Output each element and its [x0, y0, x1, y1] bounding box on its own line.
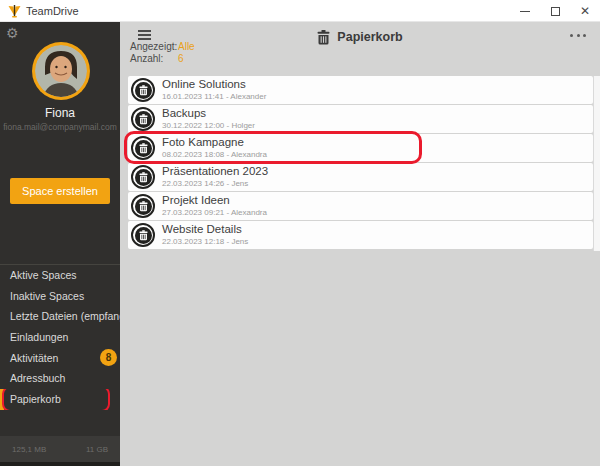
count-label: Anzahl:: [130, 53, 178, 65]
trash-circle-icon: [131, 136, 155, 160]
item-title: Projekt Ideen: [162, 194, 230, 206]
list-item[interactable]: Online Solutions 16.01.2023 11:41 - Alex…: [128, 76, 593, 104]
user-name: Fiona: [0, 106, 120, 120]
trash-icon: [317, 30, 330, 45]
sidebar-item-aktivit-ten[interactable]: Aktivitäten 8: [0, 348, 120, 369]
trash-circle-icon: [131, 194, 155, 218]
activity-badge: 8: [100, 349, 117, 366]
list-item[interactable]: Foto Kampagne 08.02.2023 18:08 - Alexand…: [128, 134, 593, 162]
item-meta: 27.03.2023 09:21 - Alexandra: [162, 208, 267, 217]
scrollbar[interactable]: [593, 76, 600, 251]
more-options-button[interactable]: [570, 30, 586, 40]
item-meta: 16.01.2023 11:41 - Alexander: [162, 92, 266, 101]
main-panel: Papierkorb Angezeigt:Alle Anzahl:6 Onl: [120, 22, 600, 466]
trash-circle-icon: [131, 78, 155, 102]
menu-item-label: Adressbuch: [10, 372, 65, 384]
menu-item-label: Papierkorb: [10, 393, 61, 405]
menu-item-label: Einladungen: [10, 331, 68, 343]
maximize-icon: [551, 7, 560, 16]
menu-item-label: Inaktive Spaces: [10, 290, 84, 302]
sidebar-item-papierkorb[interactable]: Papierkorb: [0, 389, 120, 410]
close-icon: ✕: [580, 5, 590, 17]
trash-circle-icon: [131, 223, 155, 247]
trash-list: Online Solutions 16.01.2023 11:41 - Alex…: [128, 76, 593, 250]
window-title: TeamDrive: [26, 0, 79, 22]
maximize-button[interactable]: [540, 0, 570, 22]
storage-total: 11 GB: [86, 445, 108, 454]
sidebar-item-aktive-spaces[interactable]: Aktive Spaces: [0, 265, 120, 286]
sidebar-item-inaktive-spaces[interactable]: Inaktive Spaces: [0, 286, 120, 307]
list-item[interactable]: Backups 30.12.2022 12:00 - Holger: [128, 105, 593, 133]
item-title: Backups: [162, 107, 206, 119]
item-title: Website Details: [162, 223, 242, 235]
item-title: Präsentationen 2023: [162, 165, 268, 177]
storage-used: 125,1 MB: [12, 445, 46, 454]
user-email: fiona.mail@companymail.com: [0, 122, 120, 132]
sidebar-item-einladungen[interactable]: Einladungen: [0, 327, 120, 348]
minimize-button[interactable]: [510, 0, 540, 22]
item-meta: 30.12.2022 12:00 - Holger: [162, 121, 255, 130]
menu-item-label: Aktivitäten: [10, 352, 58, 364]
list-item[interactable]: Präsentationen 2023 22.03.2023 14:26 - J…: [128, 163, 593, 191]
gear-icon[interactable]: ⚙: [6, 25, 19, 41]
sidebar-menu: Aktive Spaces Inaktive Spaces Letzte Dat…: [0, 264, 120, 410]
create-space-button[interactable]: Space erstellen: [10, 178, 110, 204]
trash-circle-icon: [131, 165, 155, 189]
trash-circle-icon: [131, 107, 155, 131]
sidebar-item-adressbuch[interactable]: Adressbuch: [0, 368, 120, 389]
item-meta: 08.02.2023 18:08 - Alexandra: [162, 150, 267, 159]
avatar[interactable]: [32, 42, 90, 100]
close-button[interactable]: ✕: [570, 0, 600, 22]
list-item[interactable]: Website Details 22.03.2023 12:18 - Jens: [128, 221, 593, 249]
minimize-icon: [520, 11, 530, 12]
shown-value[interactable]: Alle: [178, 41, 195, 52]
sidebar: ⚙ Fiona fiona.mail@companymail.com Space…: [0, 22, 120, 466]
list-item[interactable]: Projekt Ideen 27.03.2023 09:21 - Alexand…: [128, 192, 593, 220]
window-titlebar: TeamDrive ✕: [0, 0, 600, 22]
page-title: Papierkorb: [337, 30, 402, 44]
item-meta: 22.03.2023 12:18 - Jens: [162, 237, 248, 246]
teamdrive-logo-icon: [8, 4, 21, 18]
menu-item-label: Letzte Dateien (empfangen): [10, 310, 120, 322]
filter-summary: Angezeigt:Alle Anzahl:6: [130, 41, 195, 65]
shown-label: Angezeigt:: [130, 41, 178, 53]
item-title: Online Solutions: [162, 78, 246, 90]
item-meta: 22.03.2023 14:26 - Jens: [162, 179, 248, 188]
storage-info: 125,1 MB 11 GB: [0, 436, 120, 462]
sidebar-bottom-strip: [0, 462, 120, 466]
count-value: 6: [178, 53, 184, 64]
sidebar-item-letzte-dateien-empfangen[interactable]: Letzte Dateien (empfangen): [0, 306, 120, 327]
item-title: Foto Kampagne: [162, 136, 244, 148]
avatar-photo: [35, 45, 87, 97]
menu-item-label: Aktive Spaces: [10, 269, 77, 281]
